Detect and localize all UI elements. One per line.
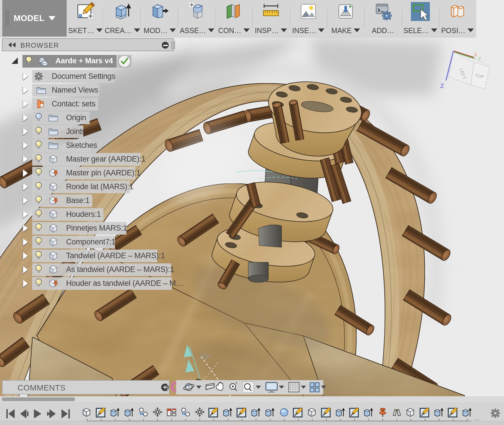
- svg-text:…: …: [474, 415, 480, 422]
